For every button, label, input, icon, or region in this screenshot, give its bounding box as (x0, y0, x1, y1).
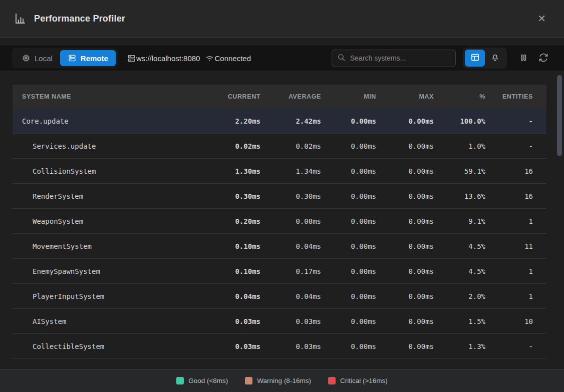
table-row[interactable]: PlayerInputSystem 0.04ms 0.04ms 0.00ms 0… (13, 284, 546, 309)
max-cell: 0.00ms (381, 142, 439, 150)
min-cell: 0.00ms (326, 142, 381, 150)
percent-cell: 100.0% (439, 117, 490, 125)
column-header-current[interactable]: CURRENT (203, 93, 265, 100)
column-header-min[interactable]: MIN (326, 93, 381, 100)
current-cell: 2.20ms (203, 117, 265, 125)
entities-cell: 11 (490, 242, 546, 250)
min-cell: 0.00ms (326, 342, 381, 350)
table-row[interactable]: CollectibleSystem 0.03ms 0.03ms 0.00ms 0… (13, 334, 546, 359)
cpu-icon (22, 54, 31, 63)
entities-cell: 16 (490, 192, 546, 200)
connection-status: Connected (214, 54, 251, 63)
table-row[interactable]: EnemySpawnSystem 0.10ms 0.17ms 0.00ms 0.… (13, 259, 546, 284)
max-cell: 0.00ms (381, 217, 439, 225)
percent-cell: 1.3% (439, 342, 490, 350)
current-cell: 0.10ms (203, 242, 265, 250)
refresh-button[interactable] (535, 50, 552, 67)
current-cell: 0.20ms (203, 217, 265, 225)
system-name-cell: RenderSystem (13, 192, 203, 200)
average-cell: 0.04ms (265, 242, 326, 250)
average-cell: 0.03ms (265, 317, 326, 325)
percent-cell: 1.0% (439, 142, 490, 150)
percent-cell: 1.5% (439, 317, 490, 325)
system-name-cell: AISystem (13, 317, 203, 325)
warning-swatch-icon (245, 377, 252, 384)
percent-cell: 4.5% (439, 267, 490, 275)
table-row[interactable]: RenderSystem 0.30ms 0.30ms 0.00ms 0.00ms… (13, 184, 546, 209)
server-icon (127, 54, 136, 63)
search-icon (337, 53, 346, 64)
min-cell: 0.00ms (326, 167, 381, 175)
table-icon (470, 53, 480, 64)
legend-footer: Good (<8ms)Warning (8-16ms)Critical (>16… (0, 369, 564, 392)
percent-cell: 4.5% (439, 242, 490, 250)
legend-label: Critical (>16ms) (340, 377, 388, 384)
entities-cell: 1 (490, 292, 546, 300)
close-button[interactable]: ✕ (533, 12, 550, 26)
legend-label: Warning (8-16ms) (257, 377, 311, 384)
refresh-icon (538, 53, 548, 64)
page-title: Performance Profiler (34, 14, 125, 24)
average-cell: 0.03ms (265, 342, 326, 350)
current-cell: 0.30ms (203, 192, 265, 200)
max-cell: 0.00ms (381, 292, 439, 300)
column-header-entities[interactable]: ENTITIES (490, 93, 546, 100)
system-name-cell: Services.update (13, 142, 203, 150)
max-cell: 0.00ms (381, 192, 439, 200)
current-cell: 1.30ms (203, 167, 265, 175)
bell-icon (490, 53, 500, 64)
vertical-scrollbar[interactable] (557, 75, 562, 368)
legend-item-critical: Critical (>16ms) (328, 377, 388, 384)
entities-cell: - (490, 342, 546, 350)
good-swatch-icon (176, 377, 184, 384)
bar-chart-icon (14, 12, 27, 25)
min-cell: 0.00ms (326, 267, 381, 275)
system-name-cell: CollisionSystem (13, 167, 203, 175)
column-header-percent[interactable]: % (439, 93, 490, 100)
percent-cell: 13.6% (439, 192, 490, 200)
max-cell: 0.00ms (381, 317, 439, 325)
toolbar: Local Remote (0, 46, 564, 71)
table-row[interactable]: WeaponSystem 0.20ms 0.08ms 0.00ms 0.00ms… (13, 209, 546, 234)
table-header-row: SYSTEM NAME CURRENT AVERAGE MIN MAX % EN… (13, 85, 546, 109)
system-name-cell: MovementSystem (13, 242, 203, 250)
current-cell: 0.10ms (203, 267, 265, 275)
search-input[interactable] (350, 54, 450, 62)
remote-tab[interactable]: Remote (60, 50, 116, 66)
current-cell: 0.03ms (203, 317, 265, 325)
column-header-system-name[interactable]: SYSTEM NAME (13, 93, 203, 100)
table-row[interactable]: CollisionSystem 1.30ms 1.34ms 0.00ms 0.0… (13, 159, 546, 184)
table-view-button[interactable] (465, 50, 485, 67)
average-cell: 1.34ms (265, 167, 326, 175)
pause-button[interactable] (515, 50, 532, 67)
pause-icon (518, 53, 528, 64)
min-cell: 0.00ms (326, 317, 381, 325)
connection-info: ws://localhost:8080 Connected (127, 54, 251, 63)
table-row[interactable]: MovementSystem 0.10ms 0.04ms 0.00ms 0.00… (13, 234, 546, 259)
current-cell: 0.04ms (203, 292, 265, 300)
local-tab[interactable]: Local (14, 50, 60, 66)
column-header-max[interactable]: MAX (381, 93, 439, 100)
table-body: Core.update 2.20ms 2.42ms 0.00ms 0.00ms … (13, 109, 546, 359)
percent-cell: 2.0% (439, 292, 490, 300)
system-name-cell: PlayerInputSystem (13, 292, 203, 300)
critical-swatch-icon (328, 377, 336, 384)
table-row[interactable]: Core.update 2.20ms 2.42ms 0.00ms 0.00ms … (13, 109, 546, 134)
min-cell: 0.00ms (326, 192, 381, 200)
average-cell: 0.08ms (265, 217, 326, 225)
entities-cell: - (490, 142, 546, 150)
column-header-average[interactable]: AVERAGE (265, 93, 326, 100)
entities-cell: 1 (490, 267, 546, 275)
table-row[interactable]: AISystem 0.03ms 0.03ms 0.00ms 0.00ms 1.5… (13, 309, 546, 334)
legend-item-warning: Warning (8-16ms) (245, 377, 311, 384)
ws-url-segment: ws://localhost:8080 (127, 54, 200, 63)
alerts-button[interactable] (485, 50, 505, 67)
table-row[interactable]: Services.update 0.02ms 0.02ms 0.00ms 0.0… (13, 134, 546, 159)
system-name-cell: CollectibleSystem (13, 342, 203, 350)
scrollbar-thumb[interactable] (557, 75, 562, 156)
current-cell: 0.02ms (203, 142, 265, 150)
average-cell: 0.30ms (265, 192, 326, 200)
max-cell: 0.00ms (381, 117, 439, 125)
current-cell: 0.03ms (203, 342, 265, 350)
system-name-cell: Core.update (13, 117, 203, 125)
